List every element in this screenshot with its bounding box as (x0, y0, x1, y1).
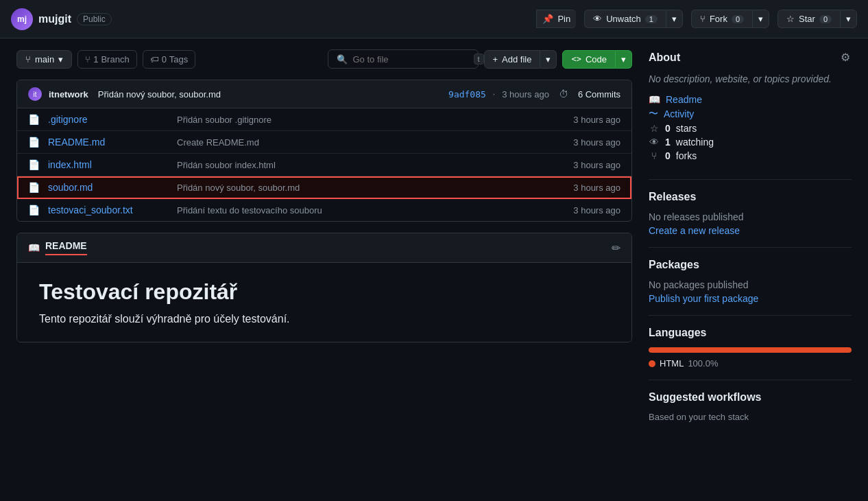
code-dropdown[interactable]: ▾ (616, 50, 632, 69)
readme-section: 📖 README ✏ Testovací repozitář Tento rep… (16, 233, 632, 342)
sidebar: About ⚙ No description, website, or topi… (649, 49, 852, 422)
table-row[interactable]: 📄 index.html Přidán soubor index.html 3 … (17, 154, 631, 176)
create-release-link[interactable]: Create a new release (649, 225, 740, 236)
table-row[interactable]: 📄 soubor.md Přidán nový soubor, soubor.m… (17, 176, 631, 199)
unwatch-button-group: 👁 Unwatch 1 ▾ (584, 10, 683, 28)
file-time: 3 hours ago (552, 160, 620, 170)
star-button-group: ☆ Star 0 ▾ (777, 10, 857, 28)
file-name[interactable]: index.html (48, 159, 171, 170)
file-commit-msg: Create README.md (177, 137, 546, 148)
tags-link[interactable]: 🏷 0 Tags (143, 50, 196, 69)
file-table: it itnetwork Přidán nový soubor, soubor.… (16, 80, 632, 222)
lang-pct: 100.0% (688, 358, 718, 369)
main-content: ⑂ main ▾ ⑂ 1 Branch 🏷 0 Tags 🔍 t (0, 38, 868, 433)
activity-link[interactable]: 〜 Activity (649, 106, 852, 121)
file-rows: 📄 .gitignore Přidán soubor .gitignore 3 … (17, 108, 631, 221)
star-button[interactable]: ☆ Star 0 (777, 10, 840, 28)
file-time: 3 hours ago (552, 115, 620, 125)
readme-title-label: README (45, 240, 87, 255)
releases-empty: No releases published (649, 211, 852, 222)
file-time: 3 hours ago (552, 205, 620, 215)
pin-button[interactable]: 📌 Pin (536, 10, 576, 28)
file-commit-msg: Přidán soubor index.html (177, 160, 546, 170)
packages-title: Packages (649, 259, 852, 271)
branch-selector[interactable]: ⑂ main ▾ (16, 50, 72, 69)
languages-title: Languages (649, 327, 852, 339)
releases-title: Releases (649, 191, 852, 203)
star-label: Star (799, 14, 815, 24)
fork-dropdown[interactable]: ▾ (752, 10, 769, 28)
sidebar-divider-2 (649, 247, 852, 248)
unwatch-button[interactable]: 👁 Unwatch 1 (584, 10, 666, 28)
logo-area: mj mujgit Public (11, 8, 112, 30)
file-icon: 📄 (28, 205, 40, 215)
eye-icon: 👁 (593, 14, 602, 24)
language-bar (649, 347, 852, 353)
commits-count: 6 Commits (578, 89, 620, 100)
file-name[interactable]: .gitignore (48, 114, 171, 125)
search-icon: 🔍 (337, 54, 348, 65)
chevron-down-fork-icon: ▾ (758, 14, 763, 24)
file-name[interactable]: README.md (48, 137, 171, 148)
book-icon: 📖 (28, 242, 40, 253)
branch-name: main (35, 54, 54, 65)
activity-icon: 〜 (649, 108, 658, 120)
unwatch-label: Unwatch (606, 14, 641, 24)
fork-button-group: ⑂ Fork 0 ▾ (691, 10, 769, 28)
file-name[interactable]: testovaci_soubor.txt (48, 205, 171, 215)
goto-file-search[interactable]: 🔍 t (328, 49, 479, 69)
lang-html-item: HTML 100.0% (649, 358, 852, 369)
branches-link[interactable]: ⑂ 1 Branch (77, 50, 136, 69)
file-name[interactable]: soubor.md (48, 182, 171, 193)
readme-link[interactable]: 📖 Readme (649, 93, 852, 106)
commit-hash[interactable]: 9adf085 (448, 89, 486, 100)
about-settings-button[interactable]: ⚙ (839, 49, 852, 65)
table-row[interactable]: 📄 testovaci_soubor.txt Přidání textu do … (17, 199, 631, 221)
about-title: About ⚙ (649, 49, 852, 65)
git-branch-icon: ⑂ (25, 54, 31, 65)
publish-package-link[interactable]: Publish your first package (649, 293, 758, 304)
search-input[interactable] (353, 54, 468, 65)
book-sidebar-icon: 📖 (649, 94, 660, 105)
star-dropdown[interactable]: ▾ (840, 10, 857, 28)
languages-section: Languages HTML 100.0% (649, 327, 852, 369)
code-button[interactable]: <> Code (562, 50, 616, 69)
unwatch-dropdown[interactable]: ▾ (666, 10, 683, 28)
readme-main-title: Testovací repozitář (39, 279, 610, 305)
chevron-down-icon: ▾ (672, 14, 677, 24)
site-logo[interactable]: mj (11, 8, 33, 30)
tags-label: Tags (169, 54, 188, 65)
add-file-button[interactable]: + Add file (484, 50, 541, 69)
suggested-title: Suggested workflows (649, 391, 852, 404)
branch-chevron-icon: ▾ (58, 54, 63, 65)
file-commit-msg: Přidání textu do testovacího souboru (177, 205, 546, 215)
branches-label: Branch (101, 54, 129, 65)
file-commit-msg: Přidán soubor .gitignore (177, 115, 546, 125)
about-description: No description, website, or topics provi… (649, 73, 852, 84)
commits-link[interactable]: 6 Commits (578, 89, 620, 100)
branch-count-icon: ⑂ (85, 54, 91, 65)
fork-button[interactable]: ⑂ Fork 0 (691, 10, 752, 28)
fork-count: 0 (732, 15, 744, 23)
edit-readme-button[interactable]: ✏ (612, 242, 620, 255)
add-file-dropdown[interactable]: ▾ (540, 50, 557, 69)
readme-description: Tento repozitář slouží výhradně pro účel… (39, 313, 610, 325)
code-button-group: <> Code ▾ (562, 50, 632, 69)
table-row[interactable]: 📄 .gitignore Přidán soubor .gitignore 3 … (17, 108, 631, 131)
eye-sidebar-icon: 👁 (649, 137, 660, 148)
packages-empty: No packages published (649, 279, 852, 290)
commit-author[interactable]: itnetwork (49, 89, 88, 100)
sidebar-divider-4 (649, 380, 852, 380)
repo-name[interactable]: mujgit (38, 13, 71, 25)
pin-button-group: 📌 Pin (536, 10, 576, 28)
file-icon: 📄 (28, 137, 40, 148)
unwatch-count: 1 (645, 15, 658, 23)
sidebar-divider-3 (649, 315, 852, 316)
add-file-group: + Add file ▾ (484, 50, 557, 69)
fork-sidebar-icon: ⑂ (649, 150, 660, 161)
table-row[interactable]: 📄 README.md Create README.md 3 hours ago (17, 131, 631, 154)
branches-count: 1 (93, 54, 98, 65)
file-icon: 📄 (28, 182, 40, 193)
lang-name: HTML (660, 358, 684, 369)
packages-section: Packages No packages published Publish y… (649, 259, 852, 304)
